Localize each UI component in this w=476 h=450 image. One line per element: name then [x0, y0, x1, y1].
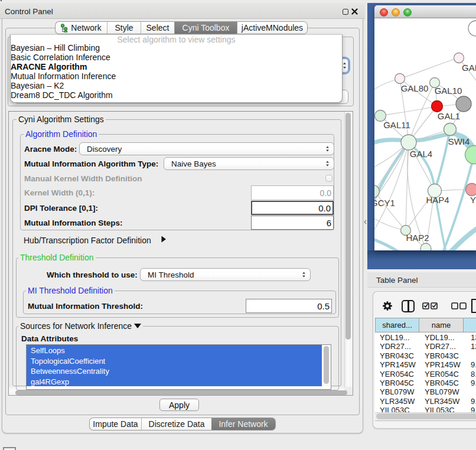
svg-text:GAL11: GAL11 — [383, 120, 410, 130]
svg-text:SWI4: SWI4 — [448, 136, 470, 146]
svg-text:GAL1: GAL1 — [438, 111, 460, 121]
svg-text:GCY1: GCY1 — [374, 198, 395, 208]
svg-text:GAL10: GAL10 — [435, 86, 462, 96]
svg-text:GAL80: GAL80 — [401, 83, 429, 93]
svg-text:GAL2: GAL2 — [462, 63, 476, 73]
svg-text:HAP2: HAP2 — [406, 233, 429, 243]
svg-text:HAP4: HAP4 — [426, 195, 449, 205]
svg-text:GAL4: GAL4 — [410, 149, 432, 159]
svg-text:Y: Y — [470, 195, 476, 205]
